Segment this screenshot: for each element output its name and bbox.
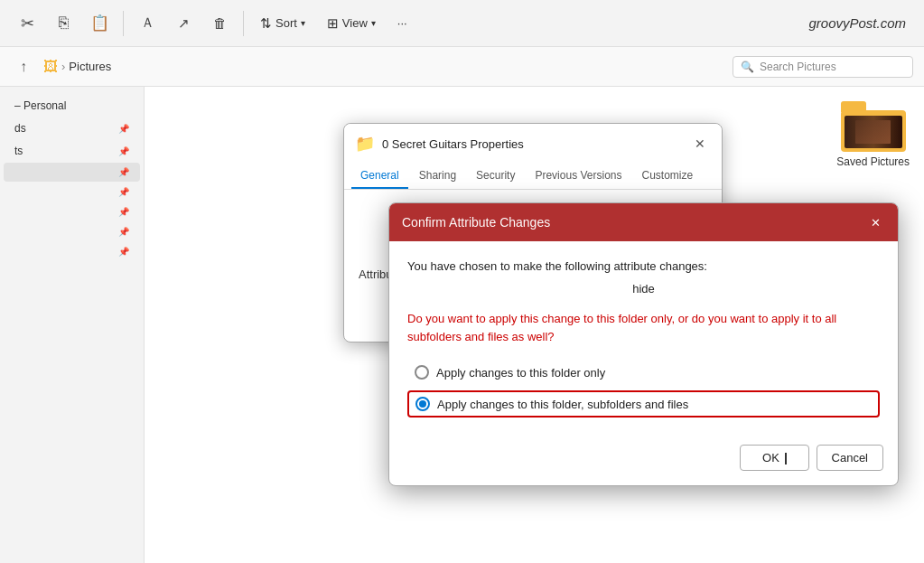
view-button[interactable]: ⊞ View ▾ [318,10,385,37]
pin-icon-2: 📌 [118,187,129,197]
sidebar-item-ds[interactable]: ds 📌 [4,117,140,139]
properties-tab-customize[interactable]: Customize [632,164,702,189]
folder-grid [145,87,924,116]
confirm-footer: OK Cancel [389,437,898,485]
sort-label: Sort [275,16,297,30]
nav-up-button[interactable]: ↑ [11,54,36,80]
cut-icon[interactable]: ✂ [11,7,43,40]
more-button[interactable]: ··· [388,11,416,35]
delete-icon[interactable]: 🗑 [203,7,236,40]
option1-radio[interactable]: Apply changes to this folder only [407,360,880,385]
cursor-indicator [785,453,787,464]
sidebar-item-active5[interactable]: 📌 [4,242,140,261]
pin-icon-3: 📌 [118,207,129,217]
pin-icon-4: 📌 [118,227,129,237]
sidebar-item-active4[interactable]: 📌 [4,222,140,241]
view-chevron-icon: ▾ [371,18,376,28]
view-label: View [342,16,368,30]
option1-radio-circle [415,365,429,380]
sidebar-item-ts[interactable]: ts 📌 [4,140,140,162]
sidebar-item-active3[interactable]: 📌 [4,202,140,221]
option2-label: Apply changes to this folder, subfolders… [437,398,688,411]
pin-icon-ds: 📌 [118,124,129,134]
toolbar: ✂ ⎘ 📋 Ａ ↗ 🗑 ⇅ Sort ▾ ⊞ View ▾ ··· groovy… [0,0,924,47]
properties-tab-previous[interactable]: Previous Versions [526,164,630,189]
confirm-apply-text: Do you want to apply this change to this… [407,310,880,345]
share-icon[interactable]: ↗ [167,7,200,40]
address-sep-icon: › [61,60,65,73]
properties-titlebar: 📁 0 Secret Guitars Properties ✕ [344,124,722,164]
properties-tab-security[interactable]: Security [467,164,524,189]
ok-label: OK [762,451,779,464]
confirm-intro: You have chosen to make the following at… [407,259,880,273]
confirm-dialog: Confirm Attribute Changes ✕ You have cho… [388,202,899,486]
paste-icon[interactable]: 📋 [83,7,116,40]
pin-icon-ts: 📌 [118,146,129,156]
properties-tabs: General Sharing Security Previous Versio… [344,164,722,190]
confirm-titlebar: Confirm Attribute Changes ✕ [389,203,898,241]
confirm-attribute-value: hide [407,282,880,296]
main-area: – Personal ds 📌 ts 📌 📌 📌 📌 📌 📌 [0,87,924,563]
sidebar-ds-label: ds [14,122,26,135]
search-box[interactable]: 🔍 Search Pictures [733,56,913,78]
properties-folder-icon: 📁 [355,134,375,154]
view-icon: ⊞ [327,15,339,32]
sort-icon: ⇅ [260,15,272,32]
nav-up-icon: ↑ [20,59,27,75]
brand-label: groovyPost.com [808,15,906,31]
properties-tab-sharing[interactable]: Sharing [410,164,465,189]
sidebar-item-active1[interactable]: 📌 [4,163,140,182]
toolbar-separator-1 [123,11,124,36]
ok-button[interactable]: OK [740,445,808,471]
sort-button[interactable]: ⇅ Sort ▾ [251,10,314,37]
search-placeholder: Search Pictures [760,61,836,73]
sidebar: – Personal ds 📌 ts 📌 📌 📌 📌 📌 📌 [0,87,145,563]
sidebar-item-active2[interactable]: 📌 [4,183,140,202]
sidebar-item-personal[interactable]: – Personal [4,95,140,117]
address-bar: ↑ 🖼 › Pictures 🔍 Search Pictures [0,47,924,87]
sidebar-ts-label: ts [14,145,23,157]
copy-icon[interactable]: ⎘ [47,7,79,40]
content-area: Saved Pictures 📁 0 Secret Guitars Proper… [145,87,924,563]
confirm-close-button[interactable]: ✕ [865,212,885,232]
rename-icon[interactable]: Ａ [131,7,163,40]
address-pictures-label: Pictures [69,60,111,73]
properties-close-button[interactable]: ✕ [689,133,711,155]
pin-icon-5: 📌 [118,247,129,257]
saved-pictures-label: Saved Pictures [836,155,910,168]
option1-label: Apply changes to this folder only [436,366,605,380]
cancel-label: Cancel [832,451,868,464]
saved-pictures-folder[interactable]: Saved Pictures [836,101,910,168]
address-path[interactable]: 🖼 › Pictures [43,59,111,75]
search-icon: 🔍 [741,61,754,73]
saved-pictures-folder-thumb [841,101,906,152]
option2-radio[interactable]: Apply changes to this folder, subfolders… [407,390,880,418]
pin-icon-1: 📌 [118,167,129,177]
sort-chevron-icon: ▾ [301,18,305,28]
option2-radio-circle [415,397,430,411]
pictures-folder-icon: 🖼 [43,59,58,75]
confirm-title: Confirm Attribute Changes [402,215,858,230]
properties-tab-general[interactable]: General [351,164,408,189]
confirm-body: You have chosen to make the following at… [389,241,898,437]
more-label: ··· [397,16,407,30]
folder-photo-strip [845,116,902,148]
cancel-button[interactable]: Cancel [817,445,883,471]
toolbar-separator-2 [243,11,244,36]
properties-title: 0 Secret Guitars Properties [382,137,682,151]
sidebar-personal-label: – Personal [14,99,66,112]
